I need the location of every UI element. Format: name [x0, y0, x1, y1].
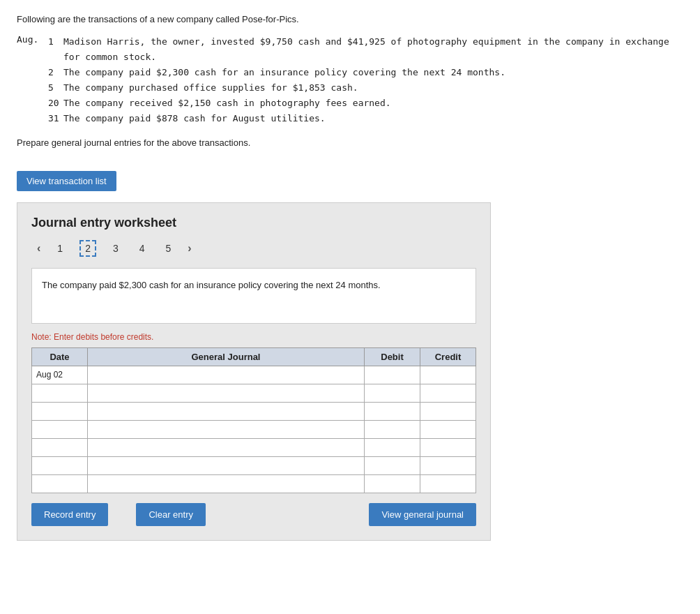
table-row	[32, 384, 476, 402]
tab-numbers: 1 2 3 4 5	[53, 240, 175, 257]
credit-cell-1[interactable]	[420, 366, 476, 384]
table-row	[32, 456, 476, 474]
tab-2[interactable]: 2	[79, 240, 96, 257]
transaction-description: The company paid $2,300 cash for an insu…	[31, 268, 476, 324]
debit-cell-7[interactable]	[365, 474, 420, 493]
entry-num-2: 2	[48, 65, 63, 80]
journal-input-2[interactable]	[88, 384, 364, 402]
date-cell-7	[32, 474, 88, 493]
journal-cell-5[interactable]	[88, 438, 365, 456]
prepare-text: Prepare general journal entries for the …	[17, 137, 683, 148]
debit-input-2[interactable]	[365, 384, 420, 402]
credit-input-6[interactable]	[420, 457, 475, 474]
entry-text-2: The company paid $2,300 cash for an insu…	[63, 65, 683, 80]
date-cell-3	[32, 402, 88, 420]
table-row	[32, 474, 476, 493]
debit-cell-1[interactable]	[365, 366, 420, 384]
view-transaction-list-button[interactable]: View transaction list	[17, 171, 116, 191]
table-row	[32, 420, 476, 438]
button-row: Record entry Clear entry View general jo…	[31, 503, 476, 526]
debit-input-5[interactable]	[365, 439, 420, 456]
credit-cell-6[interactable]	[420, 456, 476, 474]
debit-input-1[interactable]	[365, 366, 420, 384]
table-row	[32, 402, 476, 420]
debit-input-6[interactable]	[365, 457, 420, 474]
journal-table: Date General Journal Debit Credit Aug 02	[31, 347, 476, 493]
entry-text-31: The company paid $878 cash for August ut…	[63, 111, 683, 126]
date-cell-6	[32, 456, 88, 474]
date-cell-5	[32, 438, 88, 456]
col-header-debit: Debit	[365, 347, 420, 366]
entry-row-31: 31 The company paid $878 cash for August…	[48, 111, 683, 126]
journal-input-5[interactable]	[88, 439, 364, 456]
entry-text-20: The company received $2,150 cash in phot…	[63, 96, 683, 111]
debit-cell-4[interactable]	[365, 420, 420, 438]
table-row: Aug 02	[32, 366, 476, 384]
note-text: Note: Enter debits before credits.	[31, 332, 476, 342]
next-arrow[interactable]: ›	[182, 241, 197, 256]
entry-row-20: 20 The company received $2,150 cash in p…	[48, 96, 683, 111]
credit-input-1[interactable]	[420, 366, 475, 384]
credit-input-3[interactable]	[420, 403, 475, 420]
col-header-credit: Credit	[420, 347, 476, 366]
credit-cell-3[interactable]	[420, 402, 476, 420]
date-cell-2	[32, 384, 88, 402]
entry-num-20: 20	[48, 96, 63, 111]
tab-4[interactable]: 4	[135, 241, 149, 255]
journal-cell-7[interactable]	[88, 474, 365, 493]
tab-5[interactable]: 5	[162, 241, 176, 255]
journal-cell-2[interactable]	[88, 384, 365, 402]
intro-text: Following are the transactions of a new …	[17, 14, 683, 24]
debit-cell-5[interactable]	[365, 438, 420, 456]
tab-navigation: ‹ 1 2 3 4 5 ›	[31, 240, 476, 257]
transactions-section: Aug. 1 Madison Harris, the owner, invest…	[17, 34, 683, 127]
view-general-journal-button[interactable]: View general journal	[369, 503, 476, 526]
table-row	[32, 438, 476, 456]
entry-num-5: 5	[48, 80, 63, 96]
worksheet-title: Journal entry worksheet	[31, 216, 476, 230]
record-entry-button[interactable]: Record entry	[31, 503, 108, 526]
prev-arrow[interactable]: ‹	[31, 241, 46, 256]
journal-input-1[interactable]	[88, 366, 364, 384]
credit-input-7[interactable]	[420, 475, 475, 493]
debit-cell-2[interactable]	[365, 384, 420, 402]
credit-cell-2[interactable]	[420, 384, 476, 402]
entry-text-5: The company purchased office supplies fo…	[63, 80, 683, 96]
date-cell-1: Aug 02	[32, 366, 88, 384]
journal-cell-1[interactable]	[88, 366, 365, 384]
debit-input-4[interactable]	[365, 421, 420, 438]
credit-cell-7[interactable]	[420, 474, 476, 493]
journal-input-6[interactable]	[88, 457, 364, 474]
credit-cell-4[interactable]	[420, 420, 476, 438]
month-label: Aug.	[17, 34, 48, 127]
entry-row-5: 5 The company purchased office supplies …	[48, 80, 683, 96]
journal-input-4[interactable]	[88, 421, 364, 438]
tab-1[interactable]: 1	[53, 241, 67, 255]
journal-cell-6[interactable]	[88, 456, 365, 474]
credit-input-5[interactable]	[420, 439, 475, 456]
journal-entry-worksheet: Journal entry worksheet ‹ 1 2 3 4 5 › Th…	[17, 202, 491, 541]
entry-num-31: 31	[48, 111, 63, 126]
journal-input-7[interactable]	[88, 475, 364, 493]
journal-cell-3[interactable]	[88, 402, 365, 420]
aug-entries: 1 Madison Harris, the owner, invested $9…	[48, 34, 683, 127]
col-header-journal: General Journal	[88, 347, 365, 366]
col-header-date: Date	[32, 347, 88, 366]
journal-input-3[interactable]	[88, 403, 364, 420]
tab-3[interactable]: 3	[109, 241, 123, 255]
debit-input-3[interactable]	[365, 403, 420, 420]
clear-entry-button[interactable]: Clear entry	[136, 503, 206, 526]
debit-input-7[interactable]	[365, 475, 420, 493]
entry-num-1: 1	[48, 34, 63, 50]
credit-input-2[interactable]	[420, 384, 475, 402]
entry-row-1: 1 Madison Harris, the owner, invested $9…	[48, 34, 683, 50]
entry-continuation-1: for common stock.	[63, 50, 683, 65]
entry-row-2: 2 The company paid $2,300 cash for an in…	[48, 65, 683, 80]
credit-cell-5[interactable]	[420, 438, 476, 456]
date-cell-4	[32, 420, 88, 438]
journal-cell-4[interactable]	[88, 420, 365, 438]
debit-cell-6[interactable]	[365, 456, 420, 474]
entry-text-1: Madison Harris, the owner, invested $9,7…	[63, 34, 683, 50]
credit-input-4[interactable]	[420, 421, 475, 438]
debit-cell-3[interactable]	[365, 402, 420, 420]
